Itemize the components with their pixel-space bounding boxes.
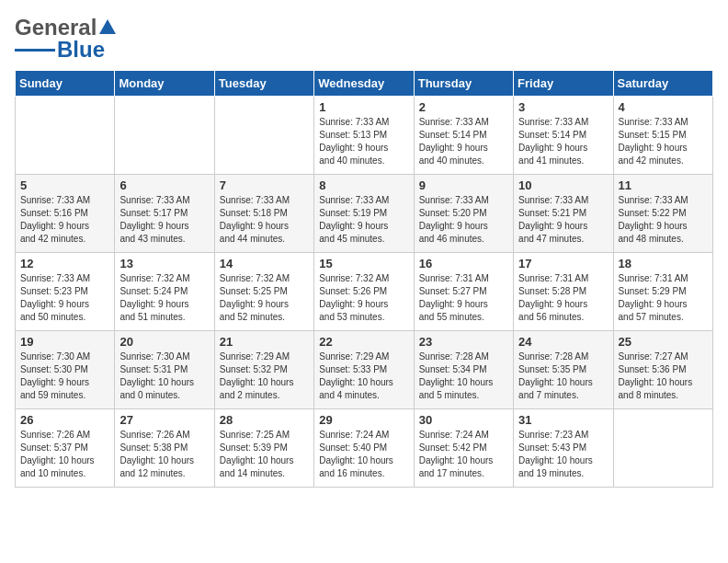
- day-number: 5: [20, 178, 109, 192]
- logo-icon: [97, 17, 118, 38]
- day-number: 4: [619, 100, 708, 114]
- day-cell: 5Sunrise: 7:33 AM Sunset: 5:16 PM Daylig…: [16, 175, 115, 253]
- day-info: Sunrise: 7:25 AM Sunset: 5:39 PM Dayligh…: [220, 429, 309, 480]
- day-info: Sunrise: 7:33 AM Sunset: 5:23 PM Dayligh…: [20, 272, 109, 324]
- day-number: 9: [419, 178, 508, 192]
- col-header-monday: Monday: [115, 71, 214, 97]
- week-row-2: 5Sunrise: 7:33 AM Sunset: 5:16 PM Daylig…: [16, 175, 713, 253]
- week-row-3: 12Sunrise: 7:33 AM Sunset: 5:23 PM Dayli…: [16, 253, 713, 331]
- day-info: Sunrise: 7:31 AM Sunset: 5:28 PM Dayligh…: [518, 272, 608, 324]
- day-info: Sunrise: 7:27 AM Sunset: 5:36 PM Dayligh…: [619, 350, 708, 402]
- day-info: Sunrise: 7:23 AM Sunset: 5:43 PM Dayligh…: [518, 429, 608, 480]
- day-cell: 24Sunrise: 7:28 AM Sunset: 5:35 PM Dayli…: [514, 331, 613, 409]
- day-cell: 17Sunrise: 7:31 AM Sunset: 5:28 PM Dayli…: [514, 253, 613, 331]
- day-info: Sunrise: 7:33 AM Sunset: 5:16 PM Dayligh…: [20, 194, 109, 246]
- day-info: Sunrise: 7:24 AM Sunset: 5:40 PM Dayligh…: [319, 429, 408, 480]
- day-number: 3: [518, 100, 608, 114]
- day-cell: 10Sunrise: 7:33 AM Sunset: 5:21 PM Dayli…: [514, 175, 613, 253]
- day-cell: 20Sunrise: 7:30 AM Sunset: 5:31 PM Dayli…: [115, 331, 214, 409]
- day-cell: 4Sunrise: 7:33 AM Sunset: 5:15 PM Daylig…: [613, 97, 712, 175]
- day-info: Sunrise: 7:32 AM Sunset: 5:26 PM Dayligh…: [319, 272, 408, 324]
- day-info: Sunrise: 7:28 AM Sunset: 5:35 PM Dayligh…: [518, 350, 608, 402]
- day-info: Sunrise: 7:26 AM Sunset: 5:38 PM Dayligh…: [119, 429, 209, 480]
- day-cell: 28Sunrise: 7:25 AM Sunset: 5:39 PM Dayli…: [214, 409, 313, 488]
- day-cell: 1Sunrise: 7:33 AM Sunset: 5:13 PM Daylig…: [314, 97, 414, 175]
- day-number: 1: [319, 100, 408, 114]
- day-info: Sunrise: 7:30 AM Sunset: 5:30 PM Dayligh…: [20, 350, 109, 402]
- day-cell: 8Sunrise: 7:33 AM Sunset: 5:19 PM Daylig…: [314, 175, 414, 253]
- day-cell: 7Sunrise: 7:33 AM Sunset: 5:18 PM Daylig…: [214, 175, 313, 253]
- day-cell: 18Sunrise: 7:31 AM Sunset: 5:29 PM Dayli…: [613, 253, 712, 331]
- col-header-thursday: Thursday: [414, 71, 513, 97]
- col-header-tuesday: Tuesday: [214, 71, 313, 97]
- calendar-table: SundayMondayTuesdayWednesdayThursdayFrid…: [15, 70, 713, 488]
- day-cell: 3Sunrise: 7:33 AM Sunset: 5:14 PM Daylig…: [514, 97, 613, 175]
- day-cell: [214, 97, 313, 175]
- day-info: Sunrise: 7:28 AM Sunset: 5:34 PM Dayligh…: [419, 350, 508, 402]
- logo: General Blue: [15, 15, 118, 63]
- day-cell: 30Sunrise: 7:24 AM Sunset: 5:42 PM Dayli…: [414, 409, 513, 488]
- day-number: 10: [518, 178, 608, 192]
- day-info: Sunrise: 7:32 AM Sunset: 5:25 PM Dayligh…: [220, 272, 309, 324]
- day-cell: 14Sunrise: 7:32 AM Sunset: 5:25 PM Dayli…: [214, 253, 313, 331]
- day-number: 27: [119, 413, 209, 427]
- day-cell: 26Sunrise: 7:26 AM Sunset: 5:37 PM Dayli…: [16, 409, 115, 488]
- day-number: 21: [220, 335, 309, 349]
- day-cell: 27Sunrise: 7:26 AM Sunset: 5:38 PM Dayli…: [115, 409, 214, 488]
- day-cell: [16, 97, 115, 175]
- day-info: Sunrise: 7:33 AM Sunset: 5:14 PM Dayligh…: [419, 116, 508, 167]
- day-cell: 16Sunrise: 7:31 AM Sunset: 5:27 PM Dayli…: [414, 253, 513, 331]
- day-number: 20: [119, 335, 209, 349]
- day-cell: 9Sunrise: 7:33 AM Sunset: 5:20 PM Daylig…: [414, 175, 513, 253]
- col-header-saturday: Saturday: [613, 71, 712, 97]
- day-info: Sunrise: 7:31 AM Sunset: 5:29 PM Dayligh…: [619, 272, 708, 324]
- day-number: 2: [419, 100, 508, 114]
- day-info: Sunrise: 7:33 AM Sunset: 5:13 PM Dayligh…: [319, 116, 408, 167]
- day-info: Sunrise: 7:33 AM Sunset: 5:22 PM Dayligh…: [619, 194, 708, 246]
- day-info: Sunrise: 7:29 AM Sunset: 5:33 PM Dayligh…: [319, 350, 408, 402]
- day-number: 7: [220, 178, 309, 192]
- day-number: 24: [518, 335, 608, 349]
- day-number: 28: [220, 413, 309, 427]
- day-info: Sunrise: 7:33 AM Sunset: 5:20 PM Dayligh…: [419, 194, 508, 246]
- day-cell: 22Sunrise: 7:29 AM Sunset: 5:33 PM Dayli…: [314, 331, 414, 409]
- day-info: Sunrise: 7:33 AM Sunset: 5:21 PM Dayligh…: [518, 194, 608, 246]
- day-cell: 11Sunrise: 7:33 AM Sunset: 5:22 PM Dayli…: [613, 175, 712, 253]
- day-cell: 2Sunrise: 7:33 AM Sunset: 5:14 PM Daylig…: [414, 97, 513, 175]
- day-info: Sunrise: 7:33 AM Sunset: 5:14 PM Dayligh…: [518, 116, 608, 167]
- day-info: Sunrise: 7:33 AM Sunset: 5:17 PM Dayligh…: [119, 194, 209, 246]
- week-row-4: 19Sunrise: 7:30 AM Sunset: 5:30 PM Dayli…: [16, 331, 713, 409]
- day-number: 26: [20, 413, 109, 427]
- day-number: 6: [119, 178, 209, 192]
- day-number: 23: [419, 335, 508, 349]
- day-cell: 6Sunrise: 7:33 AM Sunset: 5:17 PM Daylig…: [115, 175, 214, 253]
- day-info: Sunrise: 7:26 AM Sunset: 5:37 PM Dayligh…: [20, 429, 109, 480]
- day-number: 16: [419, 257, 508, 270]
- day-cell: 13Sunrise: 7:32 AM Sunset: 5:24 PM Dayli…: [115, 253, 214, 331]
- col-header-sunday: Sunday: [16, 71, 115, 97]
- day-cell: 19Sunrise: 7:30 AM Sunset: 5:30 PM Dayli…: [16, 331, 115, 409]
- day-number: 14: [220, 257, 309, 270]
- day-number: 22: [319, 335, 408, 349]
- logo-underline: [15, 49, 55, 52]
- day-cell: 12Sunrise: 7:33 AM Sunset: 5:23 PM Dayli…: [16, 253, 115, 331]
- day-info: Sunrise: 7:31 AM Sunset: 5:27 PM Dayligh…: [419, 272, 508, 324]
- day-cell: 15Sunrise: 7:32 AM Sunset: 5:26 PM Dayli…: [314, 253, 414, 331]
- day-cell: [115, 97, 214, 175]
- col-header-wednesday: Wednesday: [314, 71, 414, 97]
- day-cell: 29Sunrise: 7:24 AM Sunset: 5:40 PM Dayli…: [314, 409, 414, 488]
- day-info: Sunrise: 7:33 AM Sunset: 5:15 PM Dayligh…: [619, 116, 708, 167]
- day-number: 30: [419, 413, 508, 427]
- day-info: Sunrise: 7:29 AM Sunset: 5:32 PM Dayligh…: [220, 350, 309, 402]
- week-row-5: 26Sunrise: 7:26 AM Sunset: 5:37 PM Dayli…: [16, 409, 713, 488]
- svg-marker-0: [99, 19, 116, 34]
- day-number: 13: [119, 257, 209, 270]
- day-cell: 25Sunrise: 7:27 AM Sunset: 5:36 PM Dayli…: [613, 331, 712, 409]
- day-number: 18: [619, 257, 708, 270]
- col-header-friday: Friday: [514, 71, 613, 97]
- day-info: Sunrise: 7:24 AM Sunset: 5:42 PM Dayligh…: [419, 429, 508, 480]
- page-header: General Blue: [15, 15, 713, 63]
- day-number: 11: [619, 178, 708, 192]
- day-cell: [613, 409, 712, 488]
- day-number: 17: [518, 257, 608, 270]
